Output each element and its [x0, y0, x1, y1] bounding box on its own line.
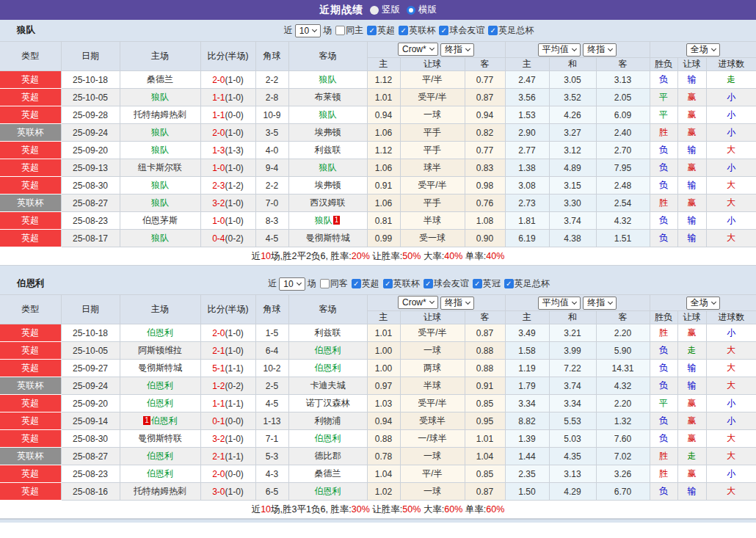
checkbox-checked-icon[interactable]: ✓	[399, 26, 408, 35]
radio-horizontal[interactable]: 横版	[407, 4, 437, 16]
home-team-name[interactable]: 伯恩利	[147, 468, 173, 479]
away-team-name[interactable]: 诺丁汉森林	[306, 398, 350, 408]
recent-count-select[interactable]: 10	[279, 277, 305, 291]
checkbox-checked-icon[interactable]: ✓	[424, 279, 433, 288]
checkbox-checked-icon[interactable]: ✓	[383, 279, 393, 288]
away-team-name[interactable]: 德比郡	[315, 451, 341, 461]
chevron-down-icon	[711, 46, 716, 51]
checkbox-checked-icon[interactable]: ✓	[352, 279, 361, 288]
final-average-select[interactable]: 终指	[583, 43, 617, 57]
away-team-name[interactable]: 利兹联	[315, 327, 341, 338]
checkbox-checked-icon[interactable]: ✓	[439, 26, 448, 35]
avg-away: 3.26	[596, 465, 650, 483]
away-team-name[interactable]: 狼队	[319, 162, 337, 172]
filter-league[interactable]: ✓英足总杯	[504, 277, 550, 290]
league-badge: 英超	[0, 212, 61, 230]
away-team-name[interactable]: 狼队	[315, 215, 332, 225]
away-team-name[interactable]: 伯恩利	[315, 433, 341, 443]
away-team-name[interactable]: 利兹联	[315, 145, 341, 155]
avg-away: 1.51	[596, 230, 650, 247]
checkbox-unchecked-icon[interactable]	[335, 26, 345, 35]
halftime-score: (1-3)	[225, 145, 244, 156]
home-team-name[interactable]: 曼彻斯特联	[138, 433, 182, 443]
summary-segment: 场,胜3平1负6, 胜率:	[271, 504, 352, 515]
away-team-name[interactable]: 埃弗顿	[315, 180, 341, 190]
score-cell: 2-1(1-0)	[200, 342, 255, 360]
bookmaker-select[interactable]: Crow*	[398, 43, 438, 56]
result-goals: 大	[706, 360, 756, 377]
filter-league[interactable]: ✓英超	[367, 24, 395, 37]
home-team-name[interactable]: 桑德兰	[147, 74, 173, 84]
home-team-name[interactable]: 纽卡斯尔联	[138, 162, 182, 172]
checkbox-checked-icon[interactable]: ✓	[504, 279, 514, 288]
radio-unselected-icon[interactable]	[407, 6, 415, 15]
score-cell: 1-0(1-0)	[200, 212, 255, 230]
league-badge: 英超	[0, 465, 61, 483]
away-team-name[interactable]: 狼队	[319, 74, 337, 84]
away-team-name[interactable]: 西汉姆联	[310, 197, 346, 208]
filter-league[interactable]: ✓英足总杯	[488, 24, 534, 37]
away-team-name[interactable]: 伯恩利	[315, 486, 341, 496]
home-team-name[interactable]: 阿斯顿维拉	[138, 345, 182, 355]
home-team-name[interactable]: 狼队	[151, 180, 169, 190]
avg-home: 3.56	[505, 89, 549, 106]
filter-league[interactable]: ✓球会友谊	[424, 277, 469, 290]
home-team-name[interactable]: 伯恩利	[147, 327, 173, 338]
average-select[interactable]: 平均值	[538, 43, 581, 57]
final-odds-select[interactable]: 终指	[440, 43, 474, 57]
away-team-name[interactable]: 卡迪夫城	[310, 380, 346, 390]
home-team-name[interactable]: 狼队	[151, 92, 169, 102]
scope-select[interactable]: 全场	[686, 297, 720, 310]
filter-same-venue[interactable]: 同客	[320, 277, 348, 290]
home-team-name[interactable]: 狼队	[151, 145, 169, 155]
home-team-name[interactable]: 狼队	[151, 197, 169, 208]
away-team-name[interactable]: 埃弗顿	[315, 127, 341, 137]
away-team-name[interactable]: 利物浦	[315, 415, 341, 426]
home-team-name[interactable]: 狼队	[151, 233, 169, 243]
away-team-name[interactable]: 伯恩利	[315, 345, 341, 355]
home-team-name[interactable]: 伯恩利	[147, 380, 173, 390]
home-team-name[interactable]: 曼彻斯特城	[138, 363, 182, 373]
home-team-name[interactable]: 伯恩利	[147, 451, 173, 461]
checkbox-unchecked-icon[interactable]	[320, 279, 330, 288]
checkbox-checked-icon[interactable]: ✓	[367, 26, 377, 35]
radio-vertical[interactable]: 竖版	[370, 4, 400, 16]
results-table-wolves: 类型 日期 主场 比分(半场) 角球 客场 Crow* 终指 平均值 终指 全场…	[0, 41, 756, 247]
col-avg-draw: 和	[549, 58, 596, 71]
radio-selected-icon[interactable]	[370, 6, 379, 15]
avg-away: 6.09	[596, 106, 650, 124]
score-cell: 3-0(1-0)	[200, 483, 255, 501]
filter-league[interactable]: ✓英超	[352, 277, 379, 290]
away-team-cell: 埃弗顿	[288, 177, 367, 195]
away-team-name[interactable]: 伯恩利	[315, 363, 341, 373]
filter-same-venue[interactable]: 同主	[335, 24, 363, 37]
filter-league[interactable]: ✓英冠	[473, 277, 501, 290]
filter-league[interactable]: ✓英联杯	[399, 24, 435, 37]
away-team-name[interactable]: 布莱顿	[315, 92, 341, 102]
filter-league[interactable]: ✓球会友谊	[439, 24, 484, 37]
checkbox-checked-icon[interactable]: ✓	[488, 26, 498, 35]
avg-home: 2.77	[505, 142, 549, 159]
corner-score: 10-2	[255, 360, 288, 377]
away-team-name[interactable]: 桑德兰	[315, 468, 341, 479]
bookmaker-select[interactable]: Crow*	[398, 296, 438, 309]
average-select[interactable]: 平均值	[538, 297, 581, 310]
home-team-name[interactable]: 伯恩利	[147, 398, 173, 408]
home-team-name[interactable]: 伯恩茅斯	[142, 215, 178, 225]
final-odds-select[interactable]: 终指	[440, 297, 474, 310]
halftime-score: (1-0)	[225, 128, 244, 138]
home-team-name[interactable]: 伯恩利	[151, 415, 178, 426]
final-average-select[interactable]: 终指	[583, 297, 617, 310]
home-team-name[interactable]: 狼队	[151, 127, 169, 137]
odds-away: 0.87	[465, 483, 505, 501]
match-date: 25-09-13	[61, 159, 120, 177]
home-team-name[interactable]: 托特纳姆热刺	[134, 486, 186, 496]
away-team-name[interactable]: 曼彻斯特城	[306, 233, 350, 243]
filter-league[interactable]: ✓英联杯	[383, 277, 420, 290]
scope-select[interactable]: 全场	[686, 43, 720, 57]
home-team-name[interactable]: 托特纳姆热刺	[134, 109, 186, 120]
odds-handicap: 平手	[400, 195, 465, 212]
checkbox-checked-icon[interactable]: ✓	[473, 279, 482, 288]
away-team-name[interactable]: 狼队	[319, 109, 337, 120]
recent-count-select[interactable]: 10	[295, 24, 321, 37]
